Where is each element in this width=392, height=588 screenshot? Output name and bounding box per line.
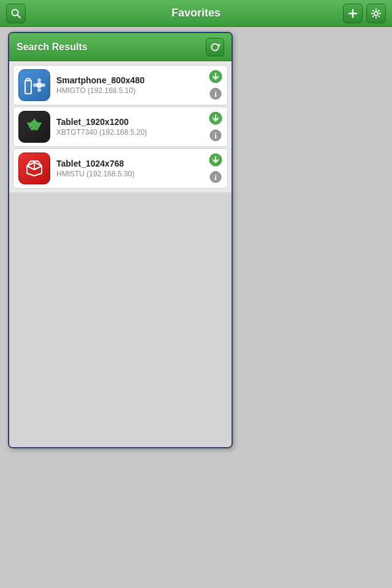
svg-text:i: i [214,131,217,140]
refresh-button[interactable] [206,38,224,56]
device-name-2: Tablet_1920x1200 [56,117,203,127]
svg-point-9 [37,88,41,92]
svg-point-10 [33,83,37,87]
device-actions-3: i [209,153,222,184]
svg-text:i: i [214,89,217,99]
main-panel: Search Results [8,32,233,448]
svg-line-22 [27,166,34,170]
svg-text:♻: ♻ [28,118,41,134]
top-navigation-bar: Favorites [0,0,392,27]
device-info-3: Tablet_1024x768 HMISTU (192.168.5.30) [56,159,203,178]
device-icon-tablet2 [18,153,50,184]
svg-rect-5 [25,80,31,94]
device-info-1: Smartphone_800x480 HMIGTO (192.168.5.10) [56,75,203,95]
device-icon-smartphone [18,69,50,101]
device-name-1: Smartphone_800x480 [56,75,203,85]
info-button-3[interactable]: i [209,170,222,184]
svg-line-23 [34,166,42,170]
svg-line-1 [18,15,21,18]
download-button-2[interactable] [209,111,222,125]
panel-content: Smartphone_800x480 HMIGTO (192.168.5.10) [9,61,232,447]
device-icon-tablet1: ♻ [18,111,50,143]
settings-button[interactable] [366,4,386,23]
svg-point-11 [42,83,45,87]
list-item[interactable]: ♻ Tablet_1920x1200 XBTGT7340 (192.168.5.… [13,107,228,147]
svg-point-8 [37,78,41,82]
device-actions-2: i [209,111,222,142]
info-button-2[interactable]: i [209,129,222,142]
device-name-3: Tablet_1024x768 [56,159,203,168]
device-sub-2: XBTGT7340 (192.168.5.20) [56,128,203,137]
panel-header: Search Results [9,33,232,61]
device-sub-1: HMIGTO (192.168.5.10) [56,86,203,95]
search-button[interactable] [6,4,26,23]
list-item[interactable]: Tablet_1024x768 HMISTU (192.168.5.30) [13,148,228,189]
add-button[interactable] [343,4,363,23]
device-info-2: Tablet_1920x1200 XBTGT7340 (192.168.5.20… [56,117,203,137]
svg-point-7 [36,82,42,88]
panel-header-title: Search Results [17,42,88,53]
device-actions-1: i [209,70,222,100]
info-button-1[interactable]: i [209,87,222,100]
top-bar-actions [343,4,386,23]
page-title: Favorites [172,7,221,20]
list-item[interactable]: Smartphone_800x480 HMIGTO (192.168.5.10) [13,65,228,105]
device-sub-3: HMISTU (192.168.5.30) [56,170,203,178]
svg-point-4 [374,12,378,15]
svg-text:i: i [214,173,217,182]
download-button-3[interactable] [209,153,222,167]
device-list: Smartphone_800x480 HMIGTO (192.168.5.10) [9,61,232,192]
download-button-1[interactable] [209,70,222,83]
